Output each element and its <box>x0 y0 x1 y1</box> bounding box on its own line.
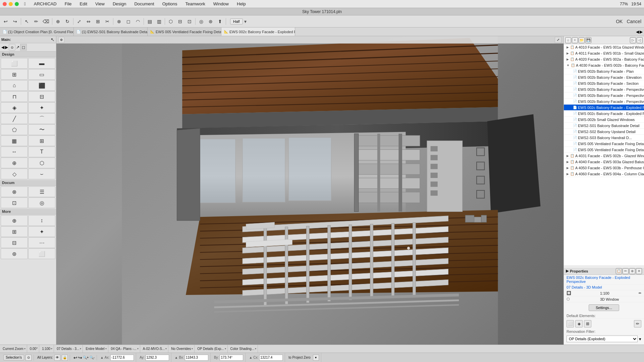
sb-scale[interactable]: 1:100 ▾ <box>41 345 54 353</box>
move3d-tool[interactable]: ↕ <box>28 215 55 226</box>
menu-options[interactable]: Options <box>161 1 179 6</box>
fullscreen-button[interactable] <box>15 2 19 6</box>
apple-menu[interactable]:  <box>23 1 27 6</box>
label-tool[interactable]: ⊕ <box>1 158 28 168</box>
section-tool[interactable]: ⊟ <box>176 17 184 26</box>
ok-button[interactable]: OK <box>614 17 624 26</box>
selection-btn[interactable]: Selection's <box>3 355 24 360</box>
layer-lock-btn[interactable]: 🔒 <box>62 355 68 361</box>
column-tool[interactable]: ▬ <box>28 58 55 69</box>
properties-header[interactable]: ▶ Properties 📋 ✏ ⊕ ✕ <box>564 267 644 275</box>
tree-item-ews002b-plan[interactable]: ▶ 📄 EWS 002b Balcony Facade - Plan <box>564 68 644 74</box>
grid-tool[interactable]: ⊞ <box>1 226 28 237</box>
mep-tool[interactable]: ⊟ <box>1 237 28 248</box>
settings-button[interactable]: Settings... <box>589 304 619 311</box>
drawing-tool[interactable]: ⊡ <box>1 197 28 208</box>
text-tool[interactable]: T <box>28 146 55 157</box>
coord-ay-input[interactable] <box>146 355 169 361</box>
tab-scroll-right[interactable]: ▶ <box>640 29 643 34</box>
offset-tool[interactable]: ⊞ <box>94 17 102 26</box>
tree-item-a4011[interactable]: ▶ 📋 A 4011 Facade - EWS 001b - Small Gla… <box>564 50 644 56</box>
layer-eye-btn[interactable]: 👁 <box>54 355 60 361</box>
fillet-tool[interactable]: ◠ <box>133 17 142 26</box>
mirror-tool[interactable]: ⇔ <box>84 17 93 26</box>
snap-tool[interactable]: ⋯ <box>28 237 55 248</box>
coord-zoom-out[interactable]: 🔍- <box>90 356 95 359</box>
move-tool[interactable]: ⊕ <box>54 17 62 26</box>
detail-tool[interactable]: ⊗ <box>1 186 28 197</box>
walk-tool[interactable]: ⬆ <box>216 17 224 26</box>
props-btn-3[interactable]: ⊕ <box>629 268 635 274</box>
coord-zoom-in[interactable]: 🔍+ <box>83 356 89 359</box>
chamfer-tool[interactable]: ◻ <box>124 17 133 26</box>
tree-item-a4010[interactable]: ▶ 📋 A 4010 Facade - EWS 001a Glazed Wind… <box>564 44 644 50</box>
viewport-settings-btn[interactable]: ⚙ <box>58 37 64 43</box>
elevation-tool[interactable]: ⊡ <box>185 17 194 26</box>
project-dropdown-btn[interactable]: ▾ <box>313 355 319 361</box>
3d-viewport[interactable]: ⚙ ⤢ <box>56 36 564 345</box>
trim-tool[interactable]: ✂ <box>103 17 112 26</box>
panel-collapse-icon[interactable]: ◁ <box>637 37 643 43</box>
viewport-expand-btn[interactable]: ⤢ <box>555 37 561 43</box>
sb-model[interactable]: Entire Model ▾ <box>84 345 108 353</box>
panel-open-btn[interactable]: 📁 <box>579 37 585 43</box>
tree-item-ews002b-elev[interactable]: ▶ 📄 EWS 002b Balcony Facade - Elevation <box>564 74 644 80</box>
zone-tool[interactable]: ⬡ <box>28 158 55 168</box>
rotate-tool[interactable]: ↻ <box>63 17 72 26</box>
panel-home-btn[interactable]: ⌂ <box>565 37 571 43</box>
wall-tool[interactable]: ⬜ <box>1 58 28 69</box>
sun-tool[interactable]: ✦ <box>28 226 55 237</box>
cursor-tool[interactable]: ↗ <box>16 45 19 50</box>
stretch-tool[interactable]: ⤢ <box>75 17 84 26</box>
sb-id[interactable]: A-02-MVO-S... ▾ <box>142 345 169 353</box>
sb-override[interactable]: No Overrides ▾ <box>170 345 195 353</box>
sb-zoom[interactable]: Current Zoom ▾ <box>1 345 27 353</box>
group-tool[interactable]: ▤ <box>145 17 154 26</box>
renovation-dropdown-btn[interactable]: ▾ <box>639 337 641 342</box>
tree-item-ews002b-persp2[interactable]: ▶ 📄 EWS 002b Balcony Facade - Perspectiv… <box>564 93 644 99</box>
figure-tool[interactable]: ☰ <box>28 186 55 197</box>
panel-save-btn[interactable]: 💾 <box>585 37 591 43</box>
ungroup-tool[interactable]: ▥ <box>155 17 163 26</box>
elem-icon-2[interactable]: ◈ <box>575 320 583 327</box>
props-type-value[interactable]: 07 Details - 3D Model <box>567 285 641 289</box>
tree-item-ews002c-persp2[interactable]: ▶ 📄 EWS 002c Balcony Facade - Exploded P… <box>564 111 644 117</box>
tree-item-ews2s01[interactable]: ▶ 📄 EWS2-S01 Balcony Balustrade Detail <box>564 123 644 129</box>
tree-item-ews2s02[interactable]: ▶ 📄 EWS2-S02 Balcony Upstand Detail <box>564 129 644 135</box>
arc-tool[interactable]: ⌒ <box>28 113 55 124</box>
marker-tool[interactable]: ◎ <box>28 197 55 208</box>
toggle-1[interactable]: ⊙ <box>25 355 32 361</box>
slab-tool[interactable]: ▭ <box>28 69 55 80</box>
tree-item-a4031[interactable]: ▶ 📋 A 4031 Facade - EWS 002b - Glazed Wi… <box>564 153 644 159</box>
mesh-tool[interactable]: ⊞ <box>28 135 55 146</box>
orbit-btn[interactable]: ⊙ <box>9 44 15 51</box>
menu-teamwork[interactable]: Teamwork <box>184 1 207 6</box>
tab-1[interactable]: 📄 (1) Object Creation Plan [0. Ground Fl… <box>0 27 74 36</box>
coord-cx-input[interactable] <box>259 355 283 361</box>
tree-item-ews002b-persp3[interactable]: ▶ 📄 EWS 002b Balcony Facade - Perspectiv… <box>564 99 644 105</box>
close-button[interactable] <box>3 2 7 6</box>
nav-right[interactable]: ▶ <box>5 45 8 50</box>
morph-tool[interactable]: ◇ <box>1 169 28 179</box>
main-cursor-arrow[interactable]: ↖ <box>51 37 55 42</box>
hatch-tool[interactable]: ▦ <box>1 135 28 146</box>
door-tool[interactable]: ⊓ <box>1 91 28 102</box>
tab-2[interactable]: 📄 (1) EWS2-S01 Balcony Balustrade Detail… <box>74 27 148 36</box>
coord-by-input[interactable] <box>220 355 243 361</box>
stair-tool[interactable]: ⬛ <box>28 80 55 91</box>
props-close-btn[interactable]: ✕ <box>636 268 642 274</box>
minimize-button[interactable] <box>9 2 13 6</box>
tab-3[interactable]: 📐 EWS 005 Ventilated Facade Fixing Detai… <box>148 27 221 36</box>
tree-item-a4050[interactable]: ▶ 📋 A 4050 Facade - EWS 003b - Penthouse… <box>564 165 644 171</box>
beam-tool[interactable]: ⊞ <box>1 69 28 80</box>
menu-file[interactable]: File <box>63 1 73 6</box>
sb-shading[interactable]: Color Shading... ▾ <box>229 345 258 353</box>
tree-item-a4040[interactable]: ▶ 📋 A 4040 Facade - EWS 003a Glazed Balu… <box>564 159 644 165</box>
poly-tool[interactable]: ⬠ <box>1 124 28 135</box>
redo-coord-btn[interactable]: ↪ <box>78 355 82 360</box>
tree-item-a4020[interactable]: ▶ 📋 A 4020 Facade - EWS 002a - Balcony F… <box>564 56 644 62</box>
props-name-value[interactable]: EWS 002c Balcony Facade - Exploded Persp… <box>567 276 641 284</box>
camera-tool[interactable]: ◎ <box>197 17 206 26</box>
sb-plan[interactable]: 04 QA - Plans -... ▾ <box>110 345 140 353</box>
menu-help[interactable]: Help <box>235 1 247 6</box>
